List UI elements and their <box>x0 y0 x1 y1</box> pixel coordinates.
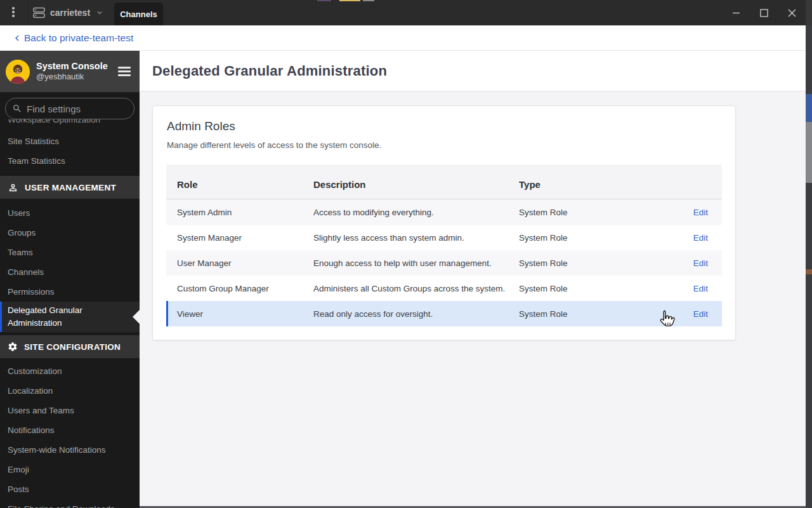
content-area: Admin Roles Manage different levels of a… <box>140 92 812 508</box>
cell-description: Administers all Custom Groups across the… <box>313 284 519 293</box>
cell-description: Read only access for oversight. <box>313 309 519 319</box>
background-window-sliver <box>363 0 374 1</box>
edit-link[interactable]: Edit <box>693 208 708 217</box>
titlebar-divider <box>27 0 28 25</box>
minimize-button[interactable] <box>722 0 750 25</box>
cell-description: Slightly less access than system admin. <box>313 233 519 243</box>
sidebar-header: System Console @yesbhautik <box>0 51 140 92</box>
sidebar-item-posts[interactable]: Posts <box>0 479 140 499</box>
hamburger-menu-icon[interactable] <box>118 65 131 79</box>
cell-description: Access to modifying everything. <box>313 208 519 217</box>
avatar <box>6 60 30 84</box>
cell-type: System Role <box>519 309 680 319</box>
edit-link[interactable]: Edit <box>693 233 708 243</box>
column-actions <box>680 190 708 199</box>
close-button[interactable] <box>778 0 806 25</box>
sidebar-item-site-statistics[interactable]: Site Statistics <box>0 131 140 151</box>
selected-item-arrow <box>133 310 140 324</box>
sidebar-item-notifications[interactable]: Notifications <box>0 420 140 440</box>
page-header: Delegated Granular Administration <box>140 51 812 91</box>
settings-search-box <box>5 98 134 119</box>
window-titlebar: carrietest Channels <box>0 0 812 25</box>
background-window-sliver <box>339 0 360 1</box>
chevron-left-icon <box>11 32 23 44</box>
sidebar-section-site-configuration: SITE CONFIGURATION <box>0 335 140 358</box>
app-window: carrietest Channels Back to private-team… <box>0 0 812 508</box>
window-controls <box>722 0 806 25</box>
table-header-row: Role Description Type <box>166 164 722 199</box>
page-title: Delegated Granular Administration <box>152 63 387 79</box>
cell-role: Custom Group Manager <box>177 284 313 293</box>
search-input[interactable] <box>27 104 128 114</box>
table-row-viewer: Viewer Read only access for oversight. S… <box>166 301 722 326</box>
server-name: carrietest <box>50 8 90 18</box>
user-icon <box>8 182 18 193</box>
sidebar-item-groups[interactable]: Groups <box>0 223 140 243</box>
sidebar-item-emoji[interactable]: Emoji <box>0 460 140 479</box>
server-selector[interactable]: carrietest <box>33 0 104 25</box>
cell-type: System Role <box>519 208 680 217</box>
sidebar-item-users[interactable]: Users <box>0 203 140 223</box>
admin-roles-card: Admin Roles Manage different levels of a… <box>152 105 736 340</box>
sidebar-item-channels[interactable]: Channels <box>0 262 140 282</box>
kebab-menu-icon[interactable] <box>11 7 16 18</box>
cell-type: System Role <box>519 284 680 293</box>
sidebar-item-customization[interactable]: Customization <box>0 361 140 381</box>
table-row-system-admin: System Admin Access to modifying everyth… <box>166 199 722 225</box>
background-window-sliver <box>317 0 331 1</box>
sidebar-item-permissions[interactable]: Permissions <box>0 282 140 302</box>
gear-icon <box>8 342 18 352</box>
cell-role: System Manager <box>177 233 313 243</box>
right-edge-background <box>806 0 812 508</box>
maximize-button[interactable] <box>750 0 778 25</box>
sidebar-section-user-management: USER MANAGEMENT <box>0 176 140 199</box>
table-row-user-manager: User Manager Enough access to help with … <box>166 250 722 276</box>
cell-type: System Role <box>519 233 680 243</box>
sidebar-item-file-sharing-and-downloads[interactable]: File Sharing and Downloads <box>0 499 140 508</box>
tab-channels[interactable]: Channels <box>114 3 163 25</box>
sidebar-item-workspace-optimization[interactable]: Workspace Optimization <box>0 119 140 128</box>
edit-link[interactable]: Edit <box>693 258 708 268</box>
sidebar-username: @yesbhautik <box>36 72 108 82</box>
sidebar-item-users-and-teams[interactable]: Users and Teams <box>0 401 140 420</box>
sidebar-item-teams[interactable]: Teams <box>0 243 140 262</box>
edit-link[interactable]: Edit <box>693 309 708 319</box>
cell-role: Viewer <box>177 309 313 319</box>
sidebar-item-delegated-granular-administration[interactable]: Delegated Granular Administration <box>0 302 140 332</box>
sidebar-item-localization[interactable]: Localization <box>0 381 140 401</box>
back-link[interactable]: Back to private-team-test <box>11 32 133 44</box>
card-title: Admin Roles <box>167 119 721 133</box>
card-subtitle: Manage different levels of access to the… <box>167 140 721 150</box>
column-type: Type <box>519 179 680 199</box>
system-console-sidebar: System Console @yesbhautik Workspace Opt… <box>0 51 140 508</box>
table-row-custom-group-manager: Custom Group Manager Administers all Cus… <box>166 276 722 301</box>
sidebar-item-team-statistics[interactable]: Team Statistics <box>0 151 140 171</box>
column-role: Role <box>177 179 313 199</box>
column-description: Description <box>313 179 519 199</box>
back-link-label: Back to private-team-test <box>24 32 133 44</box>
chevron-down-icon <box>95 8 104 17</box>
search-icon <box>12 104 22 114</box>
admin-roles-table: Role Description Type System Admin Acces… <box>166 164 722 326</box>
cell-role: System Admin <box>177 208 313 217</box>
cell-description: Enough access to help with user manageme… <box>313 258 519 268</box>
sidebar-item-system-wide-notifications[interactable]: System-wide Notifications <box>0 440 140 460</box>
back-bar: Back to private-team-test <box>0 25 812 51</box>
edit-link[interactable]: Edit <box>693 284 708 293</box>
server-icon <box>33 7 45 18</box>
table-row-system-manager: System Manager Slightly less access than… <box>166 225 722 250</box>
sidebar-title: System Console <box>36 60 108 72</box>
cell-role: User Manager <box>177 258 313 268</box>
cell-type: System Role <box>519 258 680 268</box>
